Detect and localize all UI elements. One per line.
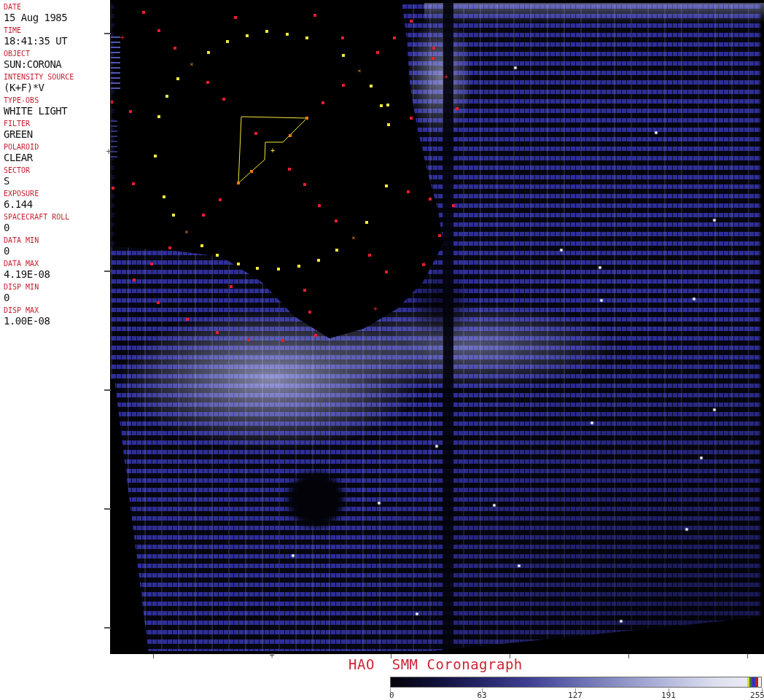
fiducial-red-dot [410, 117, 413, 120]
fiducial-red-dot [168, 246, 171, 249]
fiducial-red-dot [174, 47, 176, 50]
colorbar-tick-label: 127 [568, 691, 582, 700]
fiducial-red-dot [129, 110, 132, 113]
metadata-label: DISP MIN [4, 282, 109, 292]
metadata-field: INTENSITY SOURCE(K+F)*V [4, 72, 109, 96]
fiducial-yellow-dot [297, 265, 300, 268]
fiducial-yellow-dot [286, 33, 289, 36]
fiducial-yellow-dot [216, 254, 219, 257]
colorbar-end-stripe [755, 677, 758, 687]
center-plus-marker: + [269, 147, 276, 155]
colorbar-tick-label: 0 [389, 691, 394, 700]
fiducial-plus-marker: + [372, 306, 379, 313]
smm-coronagraph-viewer: DATE15 Aug 1985TIME18:41:35 UTOBJECTSUN:… [0, 0, 764, 700]
metadata-value: (K+F)*V [4, 82, 109, 94]
fiducial-orange-dot [250, 170, 253, 173]
star-speck [701, 457, 703, 459]
star-speck [561, 249, 563, 252]
fiducial-red-dot [335, 219, 338, 222]
fiducial-red-dot [368, 254, 371, 257]
fiducial-red-dot [321, 101, 324, 104]
fiducial-yellow-dot [265, 30, 268, 33]
metadata-label: POLAROID [4, 142, 109, 152]
fiducial-red-dot [407, 190, 410, 193]
fiducial-yellow-dot [172, 214, 175, 217]
fiducial-yellow-dot [157, 115, 160, 118]
bottom-axis-tick [153, 654, 154, 658]
fiducial-red-dot [150, 262, 153, 265]
fiducial-yellow-dot [317, 259, 320, 262]
metadata-value: 1.00E-08 [4, 315, 109, 327]
metadata-value: 6.144 [4, 198, 109, 211]
fiducial-yellow-dot [165, 95, 168, 98]
fiducial-red-dot [410, 20, 413, 23]
fiducial-plus-marker: + [421, 261, 428, 268]
fiducial-red-dot [393, 36, 396, 39]
fiducial-red-dot [133, 279, 136, 281]
disk-edge-shadow [397, 257, 482, 353]
colorbar-tick-label: 191 [661, 691, 676, 700]
colorbar-end-stripe [752, 677, 755, 687]
bottom-axis-tick [391, 654, 391, 658]
colorbar-end-stripe [749, 677, 752, 687]
fiducial-yellow-dot [207, 51, 210, 54]
left-axis-tick [104, 389, 111, 391]
detector-dark-column [443, 0, 453, 654]
fiducial-red-dot [222, 98, 225, 101]
colorbar-tick-label: 63 [477, 691, 486, 700]
fiducial-red-dot [313, 14, 316, 17]
star-speck [620, 621, 623, 623]
fiducial-red-dot [206, 81, 209, 84]
star-speck [714, 409, 716, 411]
metadata-value: 0 [4, 292, 109, 304]
fiducial-yellow-dot [256, 267, 259, 270]
fiducial-x-marker: × [184, 229, 190, 236]
fiducial-yellow-dot [305, 36, 308, 39]
metadata-field: FILTERGREEN [4, 119, 109, 142]
fiducial-red-dot [219, 198, 222, 201]
metadata-value: CLEAR [4, 152, 109, 164]
fiducial-yellow-dot [386, 104, 389, 106]
fiducial-orange-dot [289, 134, 292, 137]
metadata-field: SECTORS [4, 166, 109, 189]
fiducial-orange-dot [305, 117, 308, 120]
metadata-field: DATE15 Aug 1985 [4, 2, 109, 26]
coronagraph-viewport[interactable]: ××××+++++ [111, 0, 764, 654]
fiducial-red-dot [303, 183, 306, 186]
fiducial-red-dot [432, 57, 434, 60]
star-speck [378, 502, 381, 505]
fiducial-plus-marker: + [119, 34, 126, 42]
left-axis-plus: + [106, 147, 111, 156]
fiducial-red-dot [202, 214, 205, 217]
fiducial-red-dot [438, 234, 441, 237]
fiducial-x-marker: × [351, 235, 357, 241]
metadata-field: DATA MIN0 [4, 236, 109, 259]
left-axis-tick [104, 627, 111, 629]
left-axis-tick [104, 271, 111, 272]
metadata-label: EXPOSURE [4, 189, 109, 198]
fiducial-red-dot [230, 285, 233, 288]
fiducial-red-dot [157, 29, 160, 32]
metadata-label: FILTER [4, 119, 109, 128]
left-axis-tick [104, 33, 111, 34]
edge-artifact-streak [111, 120, 117, 160]
metadata-label: OBJECT [4, 49, 109, 58]
fiducial-yellow-dot [342, 54, 345, 57]
fiducial-red-dot [247, 338, 250, 341]
fiducial-yellow-dot [277, 268, 280, 271]
fiducial-yellow-dot [200, 244, 203, 247]
fiducial-red-dot [281, 339, 284, 342]
metadata-value: 15 Aug 1985 [4, 12, 109, 24]
metadata-fields: DATE15 Aug 1985TIME18:41:35 UTOBJECTSUN:… [4, 2, 109, 329]
fiducial-red-dot [308, 311, 311, 314]
metadata-field: POLAROIDCLEAR [4, 142, 109, 166]
fiducial-plus-marker: + [443, 74, 450, 81]
fiducial-yellow-dot [370, 85, 373, 88]
fiducial-red-dot [132, 182, 135, 185]
fiducial-red-dot [157, 301, 160, 304]
metadata-sidebar: DATE15 Aug 1985TIME18:41:35 UTOBJECTSUN:… [0, 0, 111, 654]
metadata-value: 18:41:35 UT [4, 35, 109, 47]
metadata-field: DISP MIN0 [4, 282, 109, 306]
star-speck [436, 446, 438, 448]
star-speck [601, 300, 603, 302]
